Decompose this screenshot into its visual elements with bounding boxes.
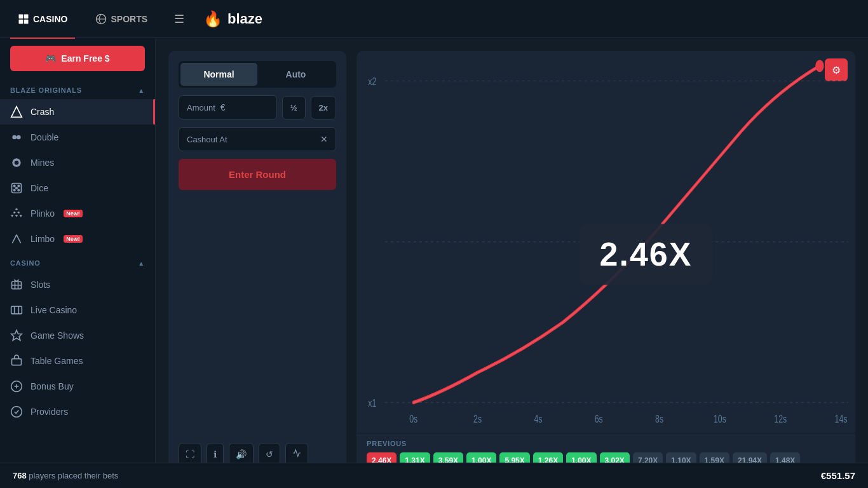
amount-row: Amount € ½ 2x — [179, 95, 336, 119]
amount-label: Amount — [187, 103, 215, 112]
bottom-controls: ⛶ ℹ 🔊 ↺ — [179, 438, 336, 465]
logo-flame-icon: 🔥 — [203, 10, 222, 28]
sidebar-item-bonus-buy[interactable]: Bonus Buy — [0, 374, 155, 399]
sidebar-item-live-casino[interactable]: Live Casino — [0, 297, 155, 323]
half-button[interactable]: ½ — [282, 96, 306, 119]
svg-point-9 — [15, 161, 19, 165]
svg-rect-2 — [19, 19, 24, 24]
balance-display: €551.57 — [821, 470, 855, 481]
amount-input-wrap[interactable]: Amount € — [179, 95, 277, 119]
providers-label: Providers — [31, 407, 68, 417]
svg-point-12 — [18, 189, 20, 191]
cashout-label: Cashout At — [187, 135, 227, 144]
multiplier-badge: 2.46X — [580, 224, 713, 285]
live-casino-label: Live Casino — [31, 305, 77, 315]
sidebar-item-double[interactable]: Double — [0, 125, 155, 150]
blaze-originals-section-header[interactable]: BLAZE ORIGINALS ▲ — [0, 79, 155, 99]
svg-text:2s: 2s — [473, 412, 482, 425]
sidebar-item-dice[interactable]: Dice — [0, 175, 155, 201]
casino-section-header[interactable]: CASINO ▲ — [0, 252, 155, 272]
euro-icon: € — [220, 102, 226, 112]
sidebar-item-providers[interactable]: Providers — [0, 399, 155, 424]
sidebar-item-plinko[interactable]: Plinko New! — [0, 201, 155, 226]
sidebar: 🎮 Earn Free $ BLAZE ORIGINALS ▲ Crash Do… — [0, 38, 156, 488]
svg-rect-0 — [19, 14, 24, 18]
earn-label: Earn Free $ — [61, 53, 109, 64]
svg-text:12s: 12s — [774, 412, 787, 425]
menu-hamburger[interactable]: ☰ — [174, 12, 184, 26]
mode-tabs: Normal Auto — [179, 61, 336, 88]
normal-tab[interactable]: Normal — [180, 63, 257, 86]
earn-free-button[interactable]: 🎮 Earn Free $ — [10, 46, 145, 71]
game-shows-label: Game Shows — [31, 330, 84, 341]
logo-text: blaze — [227, 11, 262, 27]
sidebar-item-mines[interactable]: Mines — [0, 150, 155, 175]
svg-rect-28 — [11, 306, 22, 314]
info-button[interactable]: ℹ — [207, 443, 224, 465]
chart-panel: ⚙ x2 x1 0s 2s 4s 6s — [356, 51, 855, 475]
auto-tab[interactable]: Auto — [257, 63, 334, 86]
limbo-new-badge: New! — [64, 235, 83, 243]
svg-text:6s: 6s — [595, 412, 603, 425]
earn-icon: 🎮 — [45, 53, 56, 64]
main-layout: 🎮 Earn Free $ BLAZE ORIGINALS ▲ Crash Do… — [0, 38, 868, 488]
svg-line-23 — [17, 234, 21, 243]
sports-nav-label: SPORTS — [111, 14, 147, 24]
history-button[interactable]: ↺ — [259, 443, 280, 465]
cashout-row[interactable]: Cashout At ✕ — [179, 127, 336, 151]
sidebar-item-limbo[interactable]: Limbo New! — [0, 226, 155, 252]
mines-label: Mines — [31, 158, 54, 168]
casino-nav-label: CASINO — [33, 14, 67, 24]
players-text: 768 players placed their bets — [13, 471, 118, 480]
players-count: 768 — [13, 471, 27, 480]
dice-icon — [10, 182, 23, 194]
svg-rect-31 — [12, 359, 22, 365]
svg-text:x2: x2 — [368, 75, 376, 88]
svg-point-14 — [13, 189, 15, 191]
blaze-originals-label: BLAZE ORIGINALS — [10, 86, 82, 94]
enter-round-button[interactable]: Enter Round — [179, 159, 336, 190]
svg-rect-3 — [24, 19, 29, 24]
footer-bar: 768 players placed their bets €551.57 — [0, 463, 868, 488]
multiplier-value: 2.46X — [600, 235, 693, 273]
svg-point-15 — [16, 187, 18, 189]
limbo-icon — [10, 233, 23, 245]
sports-nav-tab[interactable]: SPORTS — [88, 8, 155, 30]
chart-area: ⚙ x2 x1 0s 2s 4s 6s — [356, 51, 855, 433]
plinko-label: Plinko — [31, 208, 55, 219]
svg-text:0s: 0s — [409, 412, 417, 425]
sidebar-item-slots[interactable]: Slots — [0, 272, 155, 297]
casino-icon — [18, 13, 29, 25]
svg-point-20 — [15, 215, 17, 217]
crash-label: Crash — [31, 107, 54, 117]
crash-icon — [10, 105, 23, 118]
fullscreen-button[interactable]: ⛶ — [179, 443, 201, 465]
sidebar-item-table-games[interactable]: Table Games — [0, 348, 155, 374]
double-button[interactable]: 2x — [311, 96, 336, 119]
stats-icon — [292, 449, 301, 458]
stats-button[interactable] — [285, 443, 308, 465]
sound-button[interactable]: 🔊 — [229, 443, 254, 465]
sidebar-item-game-shows[interactable]: Game Shows — [0, 323, 155, 348]
casino-section-chevron: ▲ — [138, 260, 145, 267]
svg-text:10s: 10s — [714, 412, 726, 425]
casino-nav-tab[interactable]: CASINO — [10, 8, 75, 30]
cashout-clear-icon[interactable]: ✕ — [320, 134, 328, 144]
bonus-buy-icon — [10, 380, 23, 393]
svg-point-17 — [13, 212, 15, 214]
game-shows-icon — [10, 329, 23, 342]
svg-point-16 — [15, 208, 17, 210]
sidebar-item-crash[interactable]: Crash — [0, 99, 155, 125]
blaze-originals-chevron: ▲ — [138, 87, 145, 94]
svg-rect-1 — [24, 14, 29, 18]
bonus-buy-label: Bonus Buy — [31, 381, 74, 391]
svg-line-22 — [12, 234, 17, 243]
svg-text:4s: 4s — [534, 412, 542, 425]
table-games-icon — [10, 355, 23, 367]
providers-icon — [10, 405, 23, 418]
svg-point-7 — [17, 135, 21, 140]
brand-logo: 🔥 blaze — [203, 10, 262, 28]
previous-label: PREVIOUS — [367, 440, 845, 447]
svg-point-11 — [13, 185, 15, 187]
table-games-label: Table Games — [31, 356, 83, 366]
